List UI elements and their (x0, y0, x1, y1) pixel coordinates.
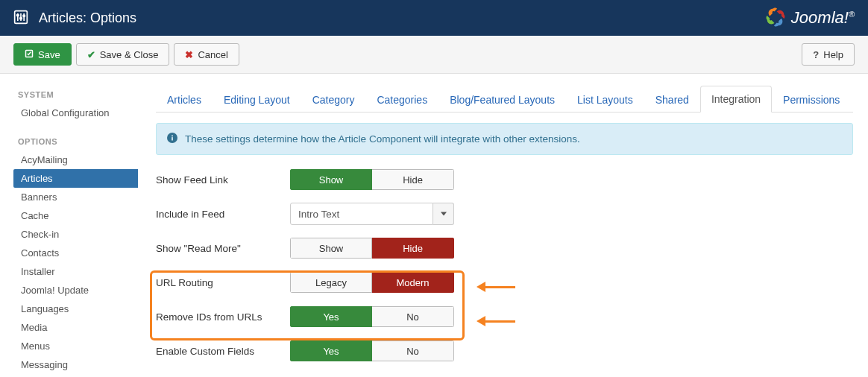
sidebar-item-installer[interactable]: Installer (13, 262, 138, 281)
sidebar-item-global-configuration[interactable]: Global Configuration (13, 104, 138, 122)
seg-enable-custom-fields: YesNo (290, 340, 454, 361)
seg-remove-ids: YesNo (290, 306, 454, 327)
row-show-feed-link: Show Feed Link ShowHide (156, 168, 853, 191)
help-label: Help (823, 49, 843, 60)
help-button[interactable]: ? Help (802, 43, 855, 66)
tab-shared[interactable]: Shared (644, 86, 700, 113)
save-close-button[interactable]: ✔ Save & Close (76, 43, 170, 66)
row-enable-custom-fields: Enable Custom Fields YesNo (156, 340, 853, 362)
form-rows: Show Feed Link ShowHide Include in Feed … (156, 168, 853, 362)
tab-integration[interactable]: Integration (700, 86, 772, 113)
svg-rect-9 (172, 137, 173, 140)
sidebar-item-messaging[interactable]: Messaging (13, 355, 138, 374)
tab-blog-featured-layouts[interactable]: Blog/Featured Layouts (438, 86, 566, 113)
seg-option-hide[interactable]: Hide (372, 238, 454, 259)
toolbar: Save ✔ Save & Close ✖ Cancel ? Help (0, 36, 868, 74)
check-icon: ✔ (87, 49, 95, 60)
seg-option-yes[interactable]: Yes (290, 306, 372, 327)
topbar: Articles: Options Joomla!® (0, 0, 868, 36)
sidebar-item-joomla-update[interactable]: Joomla! Update (13, 281, 138, 300)
info-box: These settings determine how the Article… (156, 123, 853, 155)
svg-rect-10 (172, 136, 173, 137)
seg-option-legacy[interactable]: Legacy (290, 272, 372, 293)
cancel-label: Cancel (198, 49, 227, 60)
tab-permissions[interactable]: Permissions (772, 86, 851, 113)
tab-category[interactable]: Category (301, 86, 366, 113)
seg-option-show[interactable]: Show (290, 169, 372, 190)
svg-point-6 (23, 15, 25, 16)
tab-categories[interactable]: Categories (365, 86, 438, 113)
sidebar-item-languages[interactable]: Languages (13, 300, 138, 318)
sidebar-item-check-in[interactable]: Check-in (13, 225, 138, 244)
row-include-in-feed: Include in Feed Intro Text (156, 203, 853, 225)
tabs: ArticlesEditing LayoutCategoryCategories… (156, 86, 853, 113)
close-icon: ✖ (185, 49, 193, 60)
seg-show-feed-link: ShowHide (290, 169, 454, 190)
cancel-button[interactable]: ✖ Cancel (174, 43, 239, 66)
label-include-in-feed: Include in Feed (156, 209, 290, 220)
seg-option-modern[interactable]: Modern (372, 272, 454, 293)
label-enable-custom-fields: Enable Custom Fields (156, 346, 290, 357)
sidebar-header: SYSTEM (13, 87, 138, 104)
sidebar-item-contacts[interactable]: Contacts (13, 244, 138, 262)
sidebar-item-menus[interactable]: Menus (13, 337, 138, 355)
info-text: These settings determine how the Article… (185, 133, 580, 145)
sidebar-item-acymailing[interactable]: AcyMailing (13, 151, 138, 169)
row-remove-ids: Remove IDs from URLs YesNo (156, 305, 853, 328)
label-show-feed-link: Show Feed Link (156, 174, 290, 186)
page-title: Articles: Options (39, 10, 136, 26)
joomla-logo-icon (764, 6, 787, 31)
tab-editing-layout[interactable]: Editing Layout (213, 86, 301, 113)
tab-articles[interactable]: Articles (156, 86, 213, 113)
seg-option-show[interactable]: Show (290, 238, 372, 259)
svg-point-5 (20, 17, 22, 19)
seg-show-read-more: ShowHide (290, 238, 454, 259)
select-include-in-feed[interactable]: Intro Text (290, 203, 454, 225)
seg-option-yes[interactable]: Yes (290, 340, 372, 361)
seg-option-hide[interactable]: Hide (372, 169, 454, 190)
info-icon (167, 133, 177, 145)
row-url-routing: URL Routing LegacyModern (156, 271, 853, 294)
seg-url-routing: LegacyModern (290, 272, 454, 293)
sidebar-item-media[interactable]: Media (13, 318, 138, 337)
seg-option-no[interactable]: No (372, 306, 454, 327)
save-button[interactable]: Save (13, 43, 72, 66)
sidebar: SYSTEMGlobal ConfigurationOPTIONSAcyMail… (0, 74, 138, 377)
brand-name: Joomla!® (791, 8, 855, 28)
select-value: Intro Text (290, 203, 433, 225)
question-icon: ? (813, 49, 819, 60)
label-show-read-more: Show "Read More" (156, 243, 290, 254)
save-label: Save (38, 49, 60, 60)
sidebar-header: OPTIONS (13, 134, 138, 151)
label-remove-ids: Remove IDs from URLs (156, 311, 290, 323)
chevron-down-icon[interactable] (433, 203, 454, 225)
svg-marker-11 (441, 212, 447, 216)
check-icon (25, 49, 34, 60)
save-close-label: Save & Close (100, 49, 159, 60)
sidebar-item-banners[interactable]: Banners (13, 188, 138, 206)
topbar-left: Articles: Options (13, 10, 136, 27)
svg-point-4 (17, 14, 19, 16)
equalizer-icon (13, 10, 28, 27)
brand: Joomla!® (764, 6, 855, 31)
tab-list-layouts[interactable]: List Layouts (566, 86, 644, 113)
main: ArticlesEditing LayoutCategoryCategories… (138, 74, 868, 377)
sidebar-item-cache[interactable]: Cache (13, 206, 138, 225)
seg-option-no[interactable]: No (372, 340, 454, 361)
sidebar-item-articles[interactable]: Articles (13, 169, 138, 188)
row-show-read-more: Show "Read More" ShowHide (156, 237, 853, 259)
label-url-routing: URL Routing (156, 277, 290, 288)
